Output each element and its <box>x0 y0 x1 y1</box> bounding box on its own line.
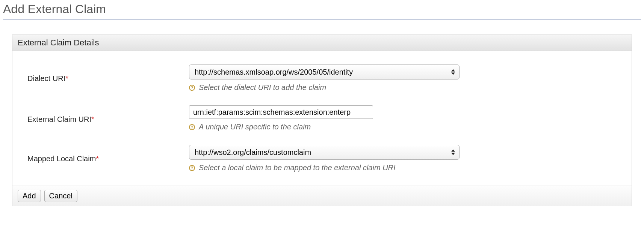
label-text: Dialect URI <box>27 74 65 82</box>
dialect-uri-select-wrap: http://schemas.xmlsoap.org/ws/2005/05/id… <box>189 64 460 80</box>
help-icon: ? <box>189 124 195 130</box>
add-button[interactable]: Add <box>18 190 41 202</box>
external-claim-uri-hint: ? A unique URI specific to the claim <box>189 123 617 131</box>
mapped-local-claim-field: http://wso2.org/claims/customclaim ? Sel… <box>189 145 617 172</box>
required-marker: * <box>96 154 99 163</box>
row-dialect-uri: Dialect URI* http://schemas.xmlsoap.org/… <box>27 64 617 92</box>
mapped-local-claim-label: Mapped Local Claim* <box>27 145 189 163</box>
mapped-local-claim-select[interactable]: http://wso2.org/claims/customclaim <box>189 145 460 160</box>
help-icon: ? <box>189 85 195 91</box>
dialect-uri-select[interactable]: http://schemas.xmlsoap.org/ws/2005/05/id… <box>189 64 460 80</box>
cancel-button[interactable]: Cancel <box>44 190 77 202</box>
panel-body: Dialect URI* http://schemas.xmlsoap.org/… <box>12 51 632 186</box>
mapped-local-claim-select-wrap: http://wso2.org/claims/customclaim <box>189 145 460 160</box>
label-text: External Claim URI <box>27 115 91 123</box>
external-claim-panel: External Claim Details Dialect URI* http… <box>12 34 632 206</box>
panel-footer: Add Cancel <box>12 186 632 206</box>
label-text: Mapped Local Claim <box>27 154 96 163</box>
external-claim-uri-field: ? A unique URI specific to the claim <box>189 105 617 131</box>
row-mapped-local-claim: Mapped Local Claim* http://wso2.org/clai… <box>27 145 617 172</box>
external-claim-uri-label: External Claim URI* <box>27 105 189 124</box>
hint-text: Select the dialect URI to add the claim <box>199 83 326 92</box>
panel-title: External Claim Details <box>12 35 632 51</box>
required-marker: * <box>91 115 94 123</box>
help-icon: ? <box>189 165 195 171</box>
mapped-local-claim-hint: ? Select a local claim to be mapped to t… <box>189 164 617 172</box>
dialect-uri-label: Dialect URI* <box>27 64 189 83</box>
dialect-uri-hint: ? Select the dialect URI to add the clai… <box>189 83 617 92</box>
hint-text: A unique URI specific to the claim <box>199 123 311 131</box>
dialect-uri-field: http://schemas.xmlsoap.org/ws/2005/05/id… <box>189 64 617 92</box>
page-title: Add External Claim <box>3 0 641 20</box>
hint-text: Select a local claim to be mapped to the… <box>199 164 396 172</box>
required-marker: * <box>65 74 68 82</box>
row-external-claim-uri: External Claim URI* ? A unique URI speci… <box>27 105 617 131</box>
external-claim-uri-input[interactable] <box>189 105 373 119</box>
